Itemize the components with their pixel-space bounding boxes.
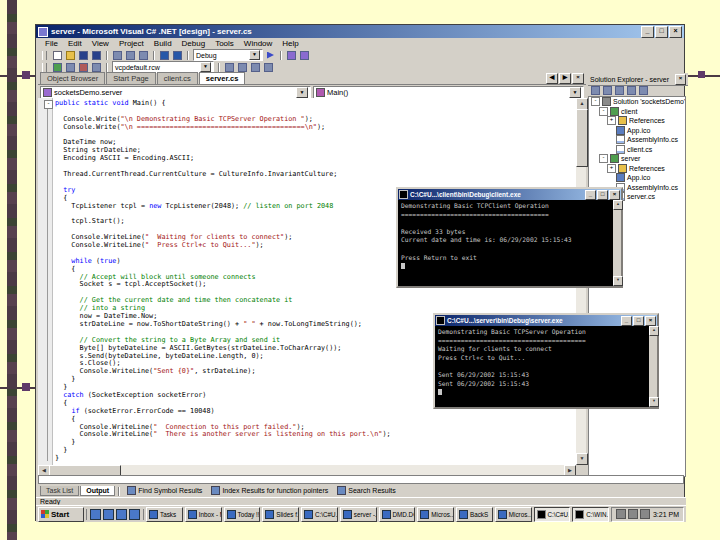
tab-scroll-right-icon[interactable]: ▶ xyxy=(559,73,571,84)
taskbar-button-micros[interactable]: Micros... xyxy=(417,507,454,522)
undo-icon[interactable] xyxy=(159,50,170,60)
menu-view[interactable]: View xyxy=(87,39,114,48)
toolbox-icon[interactable] xyxy=(78,62,89,72)
taskbar-button-tasks[interactable]: Tasks xyxy=(146,507,183,522)
run-icon[interactable] xyxy=(265,50,276,60)
console-window-client[interactable]: C:\C#U...\client\bin\Debug\client.exe _ … xyxy=(396,187,623,288)
scroll-up-icon[interactable]: ▲ xyxy=(649,326,659,336)
scroll-down-icon[interactable]: ▼ xyxy=(649,397,659,407)
console-scrollbar[interactable]: ▲ ▼ xyxy=(649,326,657,407)
minimize-icon[interactable]: _ xyxy=(621,316,632,326)
properties-icon[interactable] xyxy=(638,86,649,96)
chevron-down-icon[interactable]: ▼ xyxy=(569,87,581,98)
new-project-icon[interactable] xyxy=(52,50,63,60)
indent-icon[interactable] xyxy=(224,62,235,72)
menu-edit[interactable]: Edit xyxy=(63,39,87,48)
toolbar-grip[interactable] xyxy=(42,51,47,60)
taskbar-button-c-c-u[interactable]: C:\C#U... xyxy=(534,507,571,522)
console-titlebar[interactable]: C:\C#U...\client\bin\Debug\client.exe _ … xyxy=(398,189,621,200)
chevron-down-icon[interactable]: ▼ xyxy=(249,50,260,60)
collapse-icon[interactable]: - xyxy=(591,97,600,106)
maximize-icon[interactable]: □ xyxy=(633,316,644,326)
tab-start-page[interactable]: Start Page xyxy=(106,72,155,84)
collapse-icon[interactable]: - xyxy=(599,107,608,116)
console-scrollbar[interactable]: ▲ ▼ xyxy=(613,200,621,286)
tree-item-assemblyinfo-cs[interactable]: AssemblyInfo.cs xyxy=(589,135,685,145)
taskbar-button-today[interactable]: Today !!! xyxy=(224,507,261,522)
scroll-down-icon[interactable]: ▼ xyxy=(613,276,623,286)
class-view-icon[interactable] xyxy=(91,62,102,72)
tree-item-app-ico[interactable]: App.ico xyxy=(589,173,685,183)
scroll-up-icon[interactable]: ▲ xyxy=(613,200,623,210)
menu-help[interactable]: Help xyxy=(277,39,303,48)
start-button[interactable]: Start xyxy=(38,507,84,522)
minimize-icon[interactable]: _ xyxy=(641,26,654,38)
taskbar-button-c-win[interactable]: C:\WIN... xyxy=(572,507,609,522)
uncomment-icon[interactable] xyxy=(263,62,274,72)
tab-object-browser[interactable]: Object Browser xyxy=(40,72,105,84)
chevron-down-icon[interactable]: ▼ xyxy=(200,62,211,72)
taskbar-button-c-c-u[interactable]: C:\C#U... xyxy=(301,507,338,522)
tree-item-client[interactable]: -client xyxy=(589,107,685,117)
taskbar-button-dmd-doc[interactable]: DMD.DOC xyxy=(379,507,416,522)
configuration-combo[interactable]: Debug ▼ xyxy=(193,49,263,61)
open-file-icon[interactable] xyxy=(65,50,76,60)
menu-window[interactable]: Window xyxy=(239,39,277,48)
close-icon[interactable]: × xyxy=(675,74,686,85)
editor-horizontal-scrollbar[interactable]: ◀ ▶ xyxy=(38,465,576,475)
minimize-icon[interactable]: _ xyxy=(585,190,596,200)
tree-item-app-ico[interactable]: App.ico xyxy=(589,126,685,136)
tree-item-client-cs[interactable]: client.cs xyxy=(589,145,685,155)
search-results-button[interactable]: Search Results xyxy=(333,485,399,496)
tab-close-icon[interactable]: × xyxy=(572,73,584,84)
close-icon[interactable]: × xyxy=(609,190,620,200)
maximize-icon[interactable]: □ xyxy=(597,190,608,200)
panel-tab-output[interactable]: Output xyxy=(80,486,115,496)
outdent-icon[interactable] xyxy=(237,62,248,72)
outlook-icon[interactable] xyxy=(103,509,114,520)
tab-client-cs[interactable]: client.cs xyxy=(157,72,198,84)
find-in-files-icon[interactable] xyxy=(299,50,310,60)
scrollbar-thumb[interactable] xyxy=(576,109,588,167)
comment-icon[interactable] xyxy=(250,62,261,72)
solution-explorer-icon[interactable] xyxy=(52,62,63,72)
taskbar-button-inbox-m[interactable]: Inbox - M... xyxy=(185,507,222,522)
tree-item-solution-socketsdemo-2-projects[interactable]: -Solution 'socketsDemo' (2 projects) xyxy=(589,97,685,107)
taskbar-button-slides-f[interactable]: Slides f... xyxy=(262,507,299,522)
paste-icon[interactable] xyxy=(138,50,149,60)
antivirus-icon[interactable] xyxy=(640,509,650,519)
window-titlebar[interactable]: server - Microsoft Visual C# .NET [desig… xyxy=(36,25,684,38)
taskbar-button-micros[interactable]: Micros... xyxy=(495,507,532,522)
expand-icon[interactable]: + xyxy=(607,116,616,125)
display-icon[interactable] xyxy=(628,509,638,519)
refresh-icon[interactable] xyxy=(614,86,625,96)
clock[interactable]: 3:21 PM xyxy=(653,511,679,518)
tree-item-references[interactable]: +References xyxy=(589,164,685,174)
menu-project[interactable]: Project xyxy=(114,39,149,48)
index-results-for-function-pointers-button[interactable]: Index Results for function pointers xyxy=(207,485,332,496)
tree-item-references[interactable]: +References xyxy=(589,116,685,126)
cut-icon[interactable] xyxy=(112,50,123,60)
save-all-icon[interactable] xyxy=(91,50,102,60)
media-icon[interactable] xyxy=(129,509,140,520)
menu-build[interactable]: Build xyxy=(149,39,177,48)
close-icon[interactable]: × xyxy=(645,316,656,326)
tab-scroll-left-icon[interactable]: ◀ xyxy=(546,73,558,84)
find-icon[interactable] xyxy=(286,50,297,60)
menu-debug[interactable]: Debug xyxy=(177,39,211,48)
tab-server-cs[interactable]: server.cs xyxy=(199,72,246,84)
view-designer-icon[interactable] xyxy=(602,86,613,96)
taskbar-button-backs[interactable]: BackS xyxy=(456,507,493,522)
maximize-icon[interactable]: □ xyxy=(655,26,668,38)
view-code-icon[interactable] xyxy=(590,86,601,96)
console-titlebar[interactable]: C:\C#U...\server\bin\Debug\server.exe _ … xyxy=(435,315,657,326)
collapse-icon[interactable]: - xyxy=(599,154,608,163)
panel-tab-task-list[interactable]: Task List xyxy=(40,486,79,496)
close-icon[interactable]: × xyxy=(669,26,682,38)
scroll-down-icon[interactable]: ▼ xyxy=(576,453,588,465)
menu-file[interactable]: File xyxy=(40,39,63,48)
properties-window-icon[interactable] xyxy=(65,62,76,72)
save-icon[interactable] xyxy=(78,50,89,60)
redo-icon[interactable] xyxy=(172,50,183,60)
console-window-server[interactable]: C:\C#U...\server\bin\Debug\server.exe _ … xyxy=(433,313,659,409)
